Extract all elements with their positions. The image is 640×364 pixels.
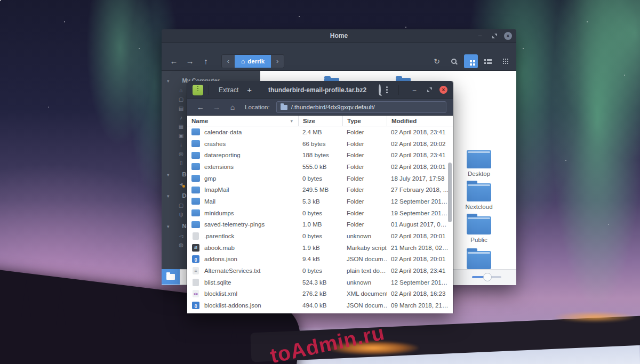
file-name: blocklist.xml [204,290,237,297]
column-header-name[interactable]: Name▾ [187,116,298,126]
minimize-button[interactable]: – [410,85,419,95]
tree-silhouette [21,280,31,317]
sidebar-item-icon: ♪ [178,115,185,120]
table-row[interactable]: blist.sqlite 524.3 kB unknown 12 Septemb… [187,277,453,288]
file-icon-item[interactable]: Nextcloud [455,180,503,210]
file-modified: 02 April 2018, 20:01 [387,164,453,170]
file-type-icon [193,290,199,297]
table-row[interactable]: blocklist-addons.json 494.0 kB JSON docu… [187,300,453,311]
minimize-button[interactable]: – [475,31,485,41]
table-row[interactable]: addons.json 9.4 kB JSON docum… 02 April … [187,254,453,265]
file-name: minidumps [204,210,234,216]
table-row[interactable]: ImapMail 249.5 MB Folder 27 February 201… [187,184,453,196]
table-row[interactable]: calendar-data 2.4 MB Folder 02 April 201… [187,126,453,138]
desktop: toAdmin.ru Home – × ← → ↑ ‹ ⌂derrik › ↻ [0,0,640,364]
file-type: plain text do… [342,268,387,274]
table-row[interactable]: abook.mab 1.9 kB Markaby script 21 March… [187,242,453,254]
table-row[interactable]: saved-telemetry-pings 1.0 MB Folder 01 A… [187,219,453,231]
file-type: unknown [342,279,387,286]
list-view-button[interactable] [481,54,495,68]
table-row[interactable]: blocklist.xml 276.2 kB XML document 02 A… [187,288,453,300]
tree-silhouette [112,296,122,333]
arc-location-bar: ← → ⌂ Location: /.thunderbird/4dx9gxqv.d… [187,99,453,116]
reload-button[interactable]: ↻ [430,54,444,68]
breadcrumb-current[interactable]: ⌂derrik [235,55,271,68]
forward-button[interactable]: → [210,103,223,111]
file-type-icon [191,221,200,228]
file-size: 524.3 kB [298,279,342,286]
folder-icon [467,251,491,269]
file-name: ImapMail [204,187,229,193]
archive-app-icon [193,85,203,95]
stars-decoration [0,0,1,1]
up-button[interactable]: ↑ [198,56,214,66]
light-glow [555,312,635,322]
close-button[interactable]: × [439,86,447,94]
location-label: Location: [245,104,270,110]
back-button[interactable]: ← [194,103,207,111]
file-icon-item[interactable]: Public [455,213,503,243]
table-row[interactable]: datareporting 188 bytes Folder 02 April … [187,149,453,161]
column-header-modified[interactable]: Modified [387,116,453,126]
extract-button[interactable]: Extract [214,86,243,94]
sidebar-item-icon: ⌂ [178,87,185,93]
back-button[interactable]: ← [166,56,182,66]
location-input[interactable]: /.thunderbird/4dx9gxqv.default/ [276,101,446,113]
table-row[interactable]: crashes 66 bytes Folder 02 April 2018, 2… [187,138,453,150]
fm-titlebar[interactable]: Home – × [162,29,516,43]
breadcrumb-next-button[interactable]: › [271,55,284,68]
arc-headerbar[interactable]: Extract + thunderbird-email-profile.tar.… [187,81,453,99]
scrollbar[interactable] [447,128,452,310]
restore-button[interactable] [490,31,499,41]
tree-silhouette [229,317,239,354]
home-button[interactable]: ⌂ [226,103,239,111]
table-row[interactable]: minidumps 0 bytes Folder 19 September 20… [187,207,453,219]
file-size: 249.5 MB [298,187,342,193]
file-name: blocklist-addons.json [204,302,261,309]
file-type: Folder [342,198,387,205]
sidebar-item-icon: ↓ [178,142,185,148]
table-row[interactable]: extensions 555.0 kB Folder 02 April 2018… [187,161,453,173]
search-button[interactable] [447,54,461,68]
menu-button[interactable] [386,86,388,93]
search-button[interactable] [379,85,381,95]
file-size: 0 bytes [298,268,342,274]
column-header-size[interactable]: Size [298,116,342,126]
table-row[interactable] [187,311,453,313]
add-files-button[interactable]: + [243,85,256,94]
chevron-down-icon [167,223,172,229]
breadcrumb-label: derrik [247,58,265,64]
file-size: 0 bytes [298,175,342,182]
file-modified: 02 April 2018, 20:02 [387,141,453,147]
table-row[interactable]: gmp 0 bytes Folder 18 July 2017, 17:58 [187,173,453,184]
file-icon-item[interactable]: Desktop [455,147,503,177]
chevron-down-icon [167,171,172,177]
file-type-icon [191,175,200,182]
file-name: gmp [204,175,216,182]
column-header-type[interactable]: Type [342,116,387,126]
breadcrumb-prev-button[interactable]: ‹ [222,55,235,68]
table-row[interactable]: Mail 5.3 kB Folder 12 September 201… [187,196,453,207]
file-name: extensions [204,164,234,170]
icon-view-button[interactable] [464,54,478,68]
file-size: 66 bytes [298,141,342,147]
file-type: JSON docum… [342,302,387,309]
zoom-slider[interactable] [472,276,501,278]
file-modified: 21 March 2018, 02… [387,245,453,251]
file-size: 9.4 kB [298,256,342,262]
sidebar-item-icon: ▦ [178,124,185,130]
compact-view-button[interactable] [498,54,512,68]
file-type: Folder [342,164,387,170]
list-view-icon [484,59,492,64]
scrollbar-thumb[interactable] [448,163,452,222]
zoom-slider-knob[interactable] [483,273,492,281]
table-row[interactable]: .parentlock 0 bytes unknown 02 April 201… [187,230,453,242]
chevron-down-icon [167,192,172,199]
sort-arrow-icon: ▾ [290,118,293,124]
close-button[interactable]: × [504,32,512,40]
restore-button[interactable] [425,85,434,95]
table-row[interactable]: AlternateServices.txt 0 bytes plain text… [187,265,453,277]
file-type: unknown [342,233,387,239]
forward-button[interactable]: → [182,56,198,66]
places-toggle-button[interactable] [162,269,180,285]
